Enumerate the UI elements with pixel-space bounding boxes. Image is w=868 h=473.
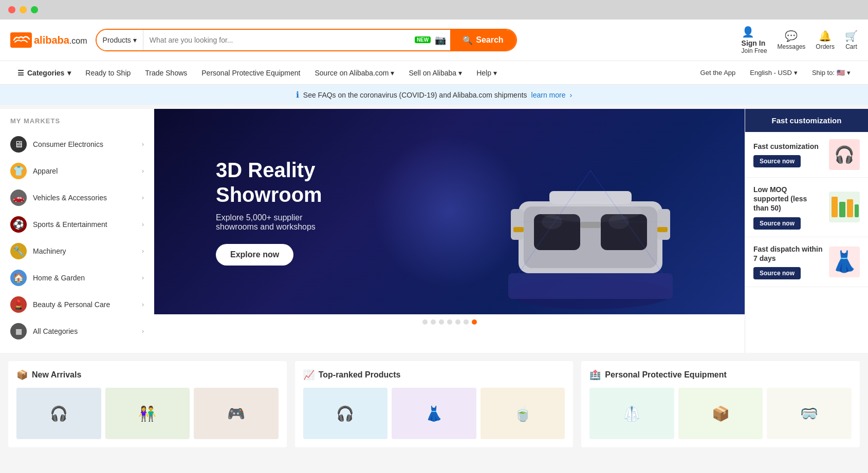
minimize-button[interactable] xyxy=(20,6,27,13)
menu-icon: ☰ xyxy=(17,69,24,77)
categories-menu[interactable]: ☰ Categories ▾ xyxy=(10,61,78,85)
signin-join[interactable]: 👤 Sign In Join Free xyxy=(742,26,767,54)
product-card[interactable]: 🎧 xyxy=(303,388,388,439)
sidebar-item-apparel[interactable]: 👕 Apparel › xyxy=(0,158,154,184)
info-icon: ℹ xyxy=(296,90,299,100)
logo[interactable]: alibaba.com xyxy=(10,32,87,48)
flag-icon: 🇺🇸 xyxy=(837,69,845,77)
product-card[interactable]: 🎧 xyxy=(16,388,101,439)
product-card[interactable]: 📦 xyxy=(678,388,763,439)
right-panel: Fast customization Fast customization So… xyxy=(745,109,868,353)
svg-rect-13 xyxy=(513,227,524,232)
nav-language[interactable]: English - USD ▾ xyxy=(743,61,805,85)
chevron-right-icon: › xyxy=(142,328,144,335)
products-label: Products xyxy=(103,36,131,44)
chevron-right-icon: › xyxy=(142,301,144,308)
carousel-dots xyxy=(154,314,745,330)
ppe-grid: 🥼 📦 🥽 xyxy=(589,388,852,439)
covid-banner: ℹ See FAQs on the coronavirus (COVID-19)… xyxy=(0,85,868,105)
top-ranked-grid: 🎧 👗 🍵 xyxy=(303,388,565,439)
chevron-right-icon: › xyxy=(570,91,572,99)
new-badge: NEW xyxy=(415,36,431,43)
moq-image xyxy=(829,192,860,222)
svg-rect-1 xyxy=(508,273,673,299)
sidebar-item-all-categories[interactable]: ▦ All Categories › xyxy=(0,318,154,345)
search-bar: Products ▾ NEW 📷 🔍 Search xyxy=(96,29,517,51)
item-title: Low MOQ supported (less than 50) xyxy=(753,185,824,213)
item-info: Fast dispatch within 7 days Source now xyxy=(753,244,824,279)
dispatch-image: 👗 xyxy=(829,247,860,277)
maximize-button[interactable] xyxy=(31,6,38,13)
chevron-down-icon: ▾ xyxy=(847,69,851,77)
machinery-icon: 🔧 xyxy=(10,243,27,259)
nav-get-app[interactable]: Get the App xyxy=(693,61,743,85)
product-card[interactable]: 👫 xyxy=(105,388,190,439)
right-panel-item-fast-dispatch: Fast dispatch within 7 days Source now 👗 xyxy=(745,237,868,287)
fast-customization-header: Fast customization xyxy=(745,109,868,132)
search-button[interactable]: 🔍 Search xyxy=(450,29,515,51)
section-title-ppe: 🏥 Personal Protective Equipment xyxy=(589,369,852,381)
top-ranked-icon: 📈 xyxy=(303,369,315,381)
sidebar-item-sports[interactable]: ⚽ Sports & Entertainment › xyxy=(0,211,154,238)
sidebar-label: Beauty & Personal Care xyxy=(33,300,136,309)
nav-sell-on[interactable]: Sell on Alibaba ▾ xyxy=(401,61,469,85)
item-info: Low MOQ supported (less than 50) Source … xyxy=(753,185,824,230)
join-free-label: Join Free xyxy=(742,47,767,54)
ppe-section: 🏥 Personal Protective Equipment 🥼 📦 🥽 xyxy=(581,361,860,447)
explore-now-button[interactable]: Explore now xyxy=(216,244,293,266)
sidebar-item-consumer-electronics[interactable]: 🖥 Consumer Electronics › xyxy=(0,131,154,158)
all-categories-icon: ▦ xyxy=(10,323,27,339)
svg-point-14 xyxy=(539,201,642,222)
svg-rect-8 xyxy=(580,222,601,228)
sidebar-item-machinery[interactable]: 🔧 Machinery › xyxy=(0,238,154,264)
nav-right: Get the App English - USD ▾ Ship to: 🇺🇸 … xyxy=(693,61,858,85)
carousel-dot-3[interactable] xyxy=(439,319,444,325)
messages-action[interactable]: 💬 Messages xyxy=(778,30,806,50)
carousel-dot-5[interactable] xyxy=(455,319,460,325)
product-card[interactable]: 🥽 xyxy=(767,388,852,439)
search-input[interactable] xyxy=(143,30,415,50)
product-card[interactable]: 👗 xyxy=(392,388,476,439)
nav-source-on[interactable]: Source on Alibaba.com ▾ xyxy=(308,61,402,85)
new-arrivals-section: 📦 New Arrivals 🎧 👫 🎮 xyxy=(8,361,287,447)
main-content: MY MARKETS 🖥 Consumer Electronics › 👕 Ap… xyxy=(0,109,868,353)
orders-action[interactable]: 🔔 Orders xyxy=(816,30,835,50)
source-now-button-3[interactable]: Source now xyxy=(753,267,801,279)
source-now-button-2[interactable]: Source now xyxy=(753,217,801,230)
learn-more-link[interactable]: learn more xyxy=(531,91,566,99)
categories-label: Categories xyxy=(27,69,64,77)
header-actions: 👤 Sign In Join Free 💬 Messages 🔔 Orders … xyxy=(742,26,858,54)
beauty-icon: 💄 xyxy=(10,296,27,313)
product-card[interactable]: 🎮 xyxy=(194,388,279,439)
cart-action[interactable]: 🛒 Cart xyxy=(845,30,858,50)
apparel-icon: 👕 xyxy=(10,163,27,179)
carousel-dot-4[interactable] xyxy=(447,319,452,325)
nav-trade-shows[interactable]: Trade Shows xyxy=(138,61,194,85)
source-now-button-1[interactable]: Source now xyxy=(753,155,801,167)
sidebar-label: Apparel xyxy=(33,167,136,175)
close-button[interactable] xyxy=(8,6,15,13)
nav-ship-to[interactable]: Ship to: 🇺🇸 ▾ xyxy=(805,61,858,85)
sidebar-item-beauty[interactable]: 💄 Beauty & Personal Care › xyxy=(0,291,154,318)
chevron-down-icon: ▾ xyxy=(391,69,394,77)
product-card[interactable]: 🥼 xyxy=(589,388,674,439)
chevron-right-icon: › xyxy=(142,248,144,255)
logo-icon xyxy=(10,32,32,48)
nav-help[interactable]: Help ▾ xyxy=(469,61,504,85)
new-arrivals-grid: 🎧 👫 🎮 xyxy=(16,388,279,439)
nav-ready-to-ship[interactable]: Ready to Ship xyxy=(78,61,138,85)
nav-ppe[interactable]: Personal Protective Equipment xyxy=(194,61,307,85)
carousel-dot-6[interactable] xyxy=(464,319,469,325)
top-ranked-section: 📈 Top-ranked Products 🎧 👗 🍵 xyxy=(295,361,574,447)
carousel-dot-2[interactable] xyxy=(431,319,436,325)
products-dropdown[interactable]: Products ▾ xyxy=(97,30,143,50)
product-card[interactable]: 🍵 xyxy=(481,388,565,439)
carousel-dot-7[interactable] xyxy=(472,319,477,325)
home-icon: 🏠 xyxy=(10,270,27,286)
sidebar-item-home[interactable]: 🏠 Home & Garden › xyxy=(0,264,154,291)
camera-icon[interactable]: 📷 xyxy=(431,34,450,46)
carousel-dot-1[interactable] xyxy=(422,319,428,325)
chevron-right-icon: › xyxy=(142,274,144,281)
section-title-top-ranked: 📈 Top-ranked Products xyxy=(303,369,565,381)
sidebar-item-vehicles[interactable]: 🚗 Vehicles & Accessories › xyxy=(0,184,154,211)
